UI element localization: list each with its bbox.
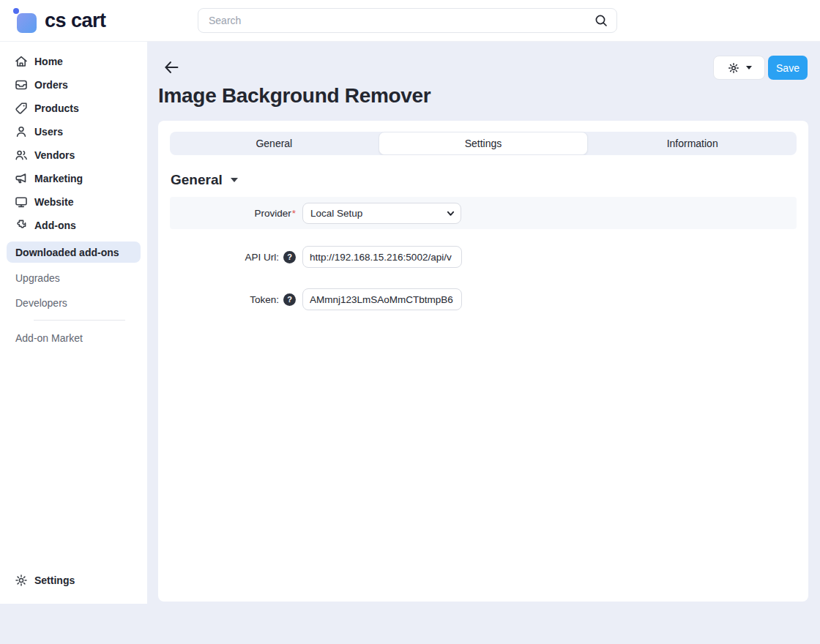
sidebar-item-label: Home — [34, 56, 63, 67]
api-url-row: API Url: ? — [170, 241, 797, 273]
orders-icon — [14, 78, 29, 92]
settings-dropdown-button[interactable] — [713, 56, 765, 80]
sidebar-item-addon-market[interactable]: Add-on Market — [7, 327, 141, 348]
token-input[interactable] — [302, 288, 462, 310]
provider-label: Provider* — [170, 208, 302, 219]
cs-cart-logo-icon — [12, 7, 37, 34]
section-collapse-icon[interactable] — [231, 178, 238, 182]
sidebar-item-label: Settings — [34, 574, 75, 586]
tab-settings[interactable]: Settings — [379, 132, 589, 155]
settings-card: General Settings Information General Pro… — [158, 121, 808, 602]
sidebar-item-label: Marketing — [34, 173, 83, 184]
sidebar-item-users[interactable]: Users — [0, 120, 147, 143]
tab-general[interactable]: General — [170, 132, 379, 155]
gear-icon — [14, 573, 29, 588]
sidebar-item-downloaded-addons[interactable]: Downloaded add-ons — [7, 242, 141, 263]
sidebar-item-settings[interactable]: Settings — [0, 569, 147, 592]
user-icon — [14, 124, 29, 139]
puzzle-icon — [14, 218, 29, 233]
required-marker: * — [292, 208, 296, 219]
token-help-icon[interactable]: ? — [283, 293, 296, 306]
page-title: Image Background Remover — [158, 84, 430, 108]
gear-icon — [727, 61, 740, 75]
token-label: Token: — [250, 294, 279, 305]
api-url-label: API Url: — [245, 252, 279, 263]
sidebar-item-addons[interactable]: Add-ons — [0, 214, 147, 237]
save-button[interactable]: Save — [768, 56, 808, 80]
vendors-icon — [14, 148, 29, 162]
sidebar-item-orders[interactable]: Orders — [0, 73, 147, 97]
api-url-help-icon[interactable]: ? — [283, 251, 296, 263]
sidebar-item-upgrades[interactable]: Upgrades — [7, 267, 141, 288]
section-title: General — [171, 172, 223, 188]
sidebar-item-label: Vendors — [34, 149, 75, 161]
sidebar: Home Orders Products Users — [0, 42, 147, 604]
megaphone-icon — [14, 171, 29, 186]
sidebar-item-vendors[interactable]: Vendors — [0, 143, 147, 167]
chevron-down-icon — [746, 66, 752, 70]
page-toolbar: Save — [713, 56, 808, 80]
tabbar: General Settings Information — [170, 132, 797, 155]
back-arrow-icon[interactable] — [163, 59, 180, 75]
provider-select[interactable]: Local Setup — [302, 203, 461, 224]
sidebar-item-marketing[interactable]: Marketing — [0, 167, 147, 190]
tab-information[interactable]: Information — [588, 132, 797, 155]
token-row: Token: ? — [170, 283, 797, 315]
sidebar-item-label: Website — [34, 196, 73, 208]
sidebar-item-label: Add-ons — [34, 220, 76, 231]
search-icon[interactable] — [594, 13, 608, 28]
tag-icon — [14, 101, 29, 116]
sidebar-item-products[interactable]: Products — [0, 97, 147, 120]
monitor-icon — [14, 195, 29, 209]
sidebar-item-label: Orders — [34, 79, 68, 91]
sidebar-item-home[interactable]: Home — [0, 50, 147, 73]
top-header: cs cart 2 161 AA — [0, 0, 820, 42]
cs-cart-logo[interactable]: cs cart — [12, 7, 106, 34]
sidebar-item-label: Users — [34, 126, 63, 138]
sidebar-item-website[interactable]: Website — [0, 190, 147, 214]
sidebar-item-developers[interactable]: Developers — [7, 292, 141, 313]
main-content: Save Image Background Remover General Se… — [147, 42, 820, 644]
api-url-input[interactable] — [302, 246, 462, 268]
sidebar-divider — [34, 320, 125, 321]
provider-row: Provider* Local Setup — [170, 197, 797, 229]
home-icon — [14, 54, 29, 69]
logo-text: cs cart — [45, 10, 106, 32]
global-search — [198, 8, 617, 33]
search-input[interactable] — [198, 8, 617, 33]
sidebar-item-label: Products — [34, 102, 79, 114]
